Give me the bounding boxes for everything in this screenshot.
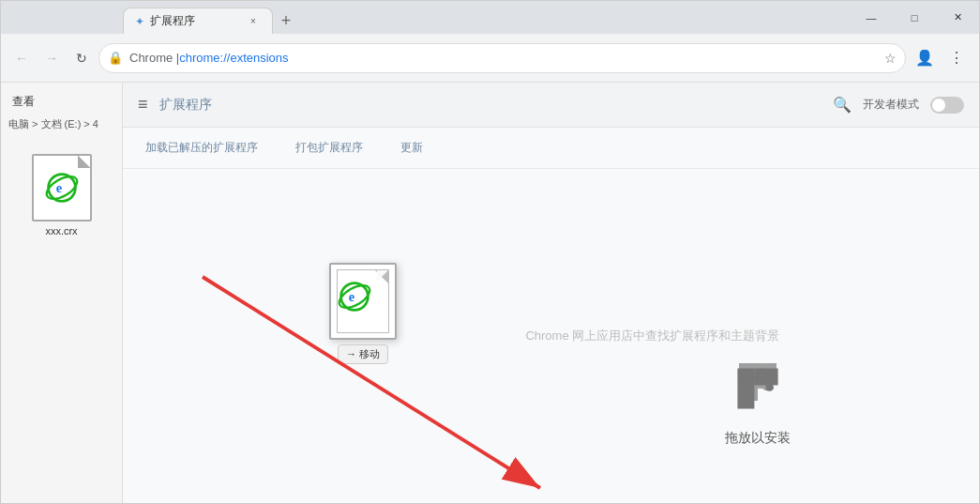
address-bar-input[interactable]: Chrome | chrome://extensions bbox=[98, 43, 906, 73]
svg-text:e: e bbox=[349, 289, 355, 304]
menu-button[interactable]: ⋮ bbox=[942, 43, 972, 73]
load-unpacked-button[interactable]: 加载已解压的扩展程序 bbox=[138, 136, 265, 160]
address-wrapper: 🔒 Chrome | chrome://extensions ☆ bbox=[98, 43, 906, 73]
drag-move-label: → 移动 bbox=[338, 344, 388, 364]
svg-text:e: e bbox=[55, 180, 62, 195]
bookmark-star-icon[interactable]: ☆ bbox=[884, 51, 897, 66]
minimize-button[interactable]: — bbox=[850, 1, 893, 34]
tab-extension-icon: ✦ bbox=[135, 15, 144, 28]
crx-file-icon[interactable]: e bbox=[32, 154, 92, 221]
dragging-crx-file: e → 移动 bbox=[329, 263, 397, 340]
address-bar: ← → ↻ 🔒 Chrome | chrome://extensions ☆ 👤… bbox=[1, 34, 979, 83]
close-button[interactable]: ✕ bbox=[936, 1, 979, 34]
drop-zone: 拖放以安装 bbox=[724, 349, 792, 447]
puzzle-icon-better bbox=[724, 355, 792, 422]
window-controls: — □ ✕ bbox=[850, 1, 979, 34]
extensions-content: Chrome 网上应用店中查找扩展程序和主题背景 e → 移动 bbox=[123, 169, 979, 503]
crx-file-container: e xxx.crx bbox=[1, 135, 122, 255]
back-button[interactable]: ← bbox=[8, 45, 35, 71]
profile-button[interactable]: 👤 bbox=[910, 43, 940, 73]
new-tab-button[interactable]: + bbox=[273, 8, 299, 34]
update-button[interactable]: 更新 bbox=[393, 136, 430, 160]
extensions-header: ≡ 扩展程序 🔍 开发者模式 bbox=[123, 83, 979, 128]
extensions-search-icon[interactable]: 🔍 bbox=[833, 96, 852, 114]
secure-icon: 🔒 bbox=[108, 51, 123, 65]
active-tab[interactable]: ✦ 扩展程序 × bbox=[123, 8, 273, 34]
pack-extension-button[interactable]: 打包扩展程序 bbox=[288, 136, 370, 160]
drop-zone-text: 拖放以安装 bbox=[725, 430, 791, 447]
dev-mode-toggle[interactable] bbox=[930, 97, 964, 114]
main-area: 查看 电脑 > 文档 (E:) > 4 e xxx.crx ≡ 扩展程序 bbox=[1, 83, 979, 503]
extensions-subheader: 加载已解压的扩展程序 打包扩展程序 更新 bbox=[123, 128, 979, 169]
dev-mode-label: 开发者模式 bbox=[863, 97, 919, 113]
tab-label: 扩展程序 bbox=[150, 13, 195, 29]
url-prefix: Chrome | bbox=[129, 43, 179, 73]
dragging-file-page-icon: e bbox=[337, 269, 389, 333]
title-bar: ✦ 扩展程序 × + — □ ✕ bbox=[1, 1, 979, 34]
maximize-button[interactable]: □ bbox=[893, 1, 936, 34]
extensions-empty-text: Chrome 网上应用店中查找扩展程序和主题背景 bbox=[525, 328, 779, 344]
extensions-page-title: 扩展程序 bbox=[159, 97, 212, 114]
sidebar-view-item[interactable]: 查看 bbox=[1, 90, 122, 114]
extensions-page: ≡ 扩展程序 🔍 开发者模式 加载已解压的扩展程序 打包扩展程序 更新 Chro… bbox=[123, 83, 979, 503]
browser-window: ✦ 扩展程序 × + — □ ✕ ← → ↻ 🔒 Chrome | chrome… bbox=[0, 0, 980, 504]
refresh-button[interactable]: ↻ bbox=[68, 45, 95, 71]
toolbar-icons: 👤 ⋮ bbox=[910, 43, 972, 73]
breadcrumb: 电脑 > 文档 (E:) > 4 bbox=[1, 114, 122, 135]
tab-close-button[interactable]: × bbox=[246, 14, 261, 29]
extensions-header-right: 🔍 开发者模式 bbox=[833, 96, 964, 114]
url-text: chrome://extensions bbox=[179, 43, 288, 73]
dragging-ie-logo-icon: e bbox=[338, 280, 371, 313]
crx-file-name: xxx.crx bbox=[45, 225, 77, 237]
file-explorer-sidebar: 查看 电脑 > 文档 (E:) > 4 e xxx.crx bbox=[1, 83, 123, 503]
ie-logo-icon: e bbox=[45, 171, 79, 205]
extensions-menu-icon[interactable]: ≡ bbox=[138, 95, 148, 115]
forward-button[interactable]: → bbox=[38, 45, 65, 71]
